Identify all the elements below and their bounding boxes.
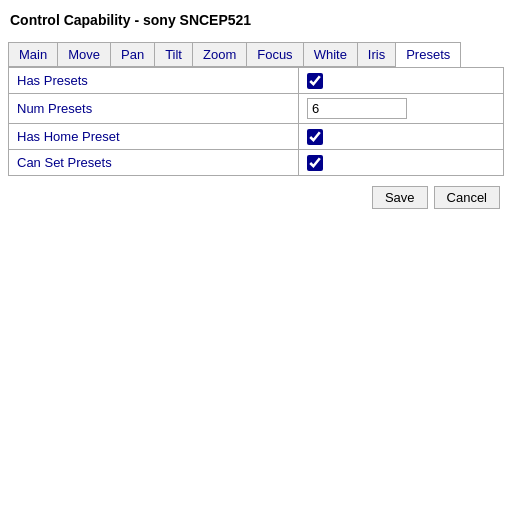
row-value-1 (299, 94, 503, 123)
row-label-1: Num Presets (9, 94, 299, 123)
row-label-3: Can Set Presets (9, 150, 299, 175)
table-row: Num Presets (9, 94, 503, 124)
input-num-presets[interactable] (307, 98, 407, 119)
page-title: Control Capability - sony SNCEP521 (8, 8, 504, 32)
table-row: Can Set Presets (9, 150, 503, 175)
tab-white[interactable]: White (304, 43, 358, 67)
row-label-2: Has Home Preset (9, 124, 299, 149)
row-value-3 (299, 150, 503, 175)
checkbox-can-set-presets[interactable] (307, 155, 323, 171)
button-row: Save Cancel (8, 186, 504, 209)
tab-move[interactable]: Move (58, 43, 111, 67)
tab-tilt[interactable]: Tilt (155, 43, 193, 67)
row-label-0: Has Presets (9, 68, 299, 93)
cancel-button[interactable]: Cancel (434, 186, 500, 209)
tab-presets[interactable]: Presets (396, 43, 460, 67)
row-value-2 (299, 124, 503, 149)
table-container: Has PresetsNum PresetsHas Home PresetCan… (8, 67, 504, 176)
save-button[interactable]: Save (372, 186, 428, 209)
tab-zoom[interactable]: Zoom (193, 43, 247, 67)
tab-main[interactable]: Main (9, 43, 58, 67)
tab-bar: MainMovePanTiltZoomFocusWhiteIrisPresets (8, 42, 461, 67)
checkbox-has-presets[interactable] (307, 73, 323, 89)
table-row: Has Presets (9, 68, 503, 94)
tab-pan[interactable]: Pan (111, 43, 155, 67)
row-value-0 (299, 68, 503, 93)
checkbox-has-home-preset[interactable] (307, 129, 323, 145)
tab-focus[interactable]: Focus (247, 43, 303, 67)
table-row: Has Home Preset (9, 124, 503, 150)
tab-iris[interactable]: Iris (358, 43, 396, 67)
